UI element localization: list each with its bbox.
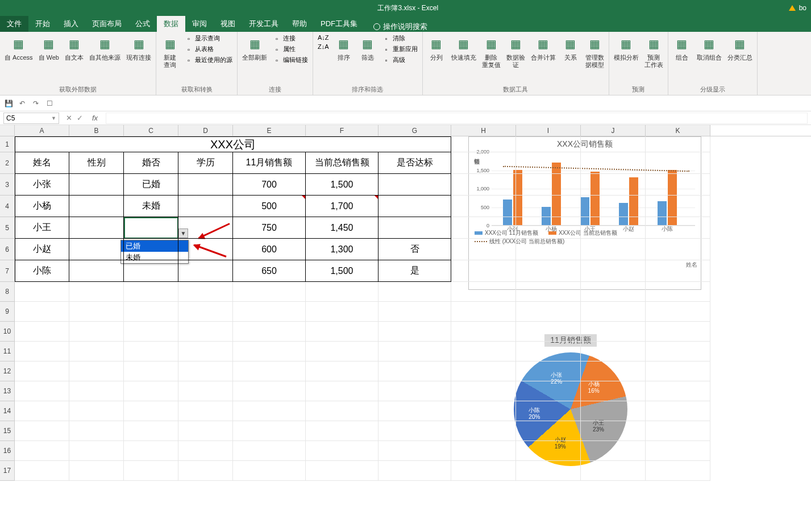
column-header[interactable]: C bbox=[124, 125, 178, 136]
cell[interactable] bbox=[178, 401, 233, 421]
cell[interactable] bbox=[581, 282, 646, 302]
ribbon-small-button[interactable]: ▫清除 bbox=[381, 34, 419, 43]
cell[interactable] bbox=[516, 381, 581, 401]
cell[interactable] bbox=[15, 461, 69, 481]
cell[interactable] bbox=[581, 302, 646, 322]
column-header[interactable]: A bbox=[15, 125, 69, 136]
cell[interactable] bbox=[178, 174, 233, 196]
cell[interactable] bbox=[451, 421, 516, 441]
cell[interactable] bbox=[646, 152, 710, 174]
cell[interactable] bbox=[306, 302, 379, 322]
cell[interactable] bbox=[379, 401, 451, 421]
cell[interactable] bbox=[15, 381, 69, 401]
cell[interactable] bbox=[451, 342, 516, 361]
ribbon-button[interactable]: ▦数据验证 bbox=[505, 34, 526, 70]
cell[interactable] bbox=[69, 239, 124, 260]
cell[interactable] bbox=[178, 196, 233, 217]
cell[interactable] bbox=[306, 342, 379, 361]
cell[interactable] bbox=[646, 282, 710, 302]
row-header[interactable]: 10 bbox=[0, 322, 15, 342]
cell[interactable] bbox=[69, 174, 124, 196]
ribbon-small-button[interactable]: ▫编辑链接 bbox=[272, 55, 309, 65]
cell[interactable] bbox=[581, 441, 646, 461]
cell[interactable] bbox=[516, 152, 581, 174]
cell[interactable] bbox=[124, 282, 178, 302]
cell[interactable] bbox=[581, 174, 646, 196]
ribbon-button[interactable]: ▦组合 bbox=[672, 34, 692, 63]
cell[interactable] bbox=[306, 381, 379, 401]
cell[interactable] bbox=[451, 239, 516, 260]
cell[interactable] bbox=[646, 461, 710, 481]
cell[interactable] bbox=[15, 361, 69, 381]
ribbon-button[interactable]: ▦新建查询 bbox=[160, 34, 180, 70]
cell[interactable] bbox=[124, 401, 178, 421]
column-header[interactable]: K bbox=[646, 125, 710, 136]
cell[interactable] bbox=[516, 174, 581, 196]
tell-me-search[interactable]: 操作说明搜索 bbox=[373, 22, 427, 32]
cell[interactable] bbox=[581, 217, 646, 239]
cell[interactable] bbox=[581, 381, 646, 401]
cell[interactable]: 小王 bbox=[15, 217, 69, 239]
column-header[interactable]: H bbox=[451, 125, 516, 136]
cell[interactable] bbox=[516, 217, 581, 239]
cell[interactable] bbox=[646, 174, 710, 196]
cell[interactable] bbox=[124, 361, 178, 381]
ribbon-button[interactable]: ▦自 Access bbox=[3, 34, 34, 63]
save-icon[interactable]: 💾 bbox=[3, 98, 14, 109]
cell[interactable] bbox=[451, 217, 516, 239]
cell[interactable] bbox=[646, 196, 710, 217]
touch-mode-icon[interactable]: ☐ bbox=[44, 98, 55, 109]
ribbon-button[interactable]: ▦全部刷新 bbox=[241, 34, 268, 63]
cell[interactable]: 未婚 bbox=[124, 196, 178, 217]
ribbon-button[interactable]: ▦模拟分析 bbox=[613, 34, 640, 63]
row-header[interactable]: 16 bbox=[0, 441, 15, 461]
cell[interactable] bbox=[646, 322, 710, 342]
cell[interactable]: 婚否 bbox=[124, 152, 178, 174]
ribbon-small-button[interactable]: ▫连接 bbox=[272, 34, 309, 43]
cell[interactable] bbox=[69, 361, 124, 381]
cell[interactable] bbox=[379, 322, 451, 342]
cell[interactable] bbox=[178, 461, 233, 481]
ribbon-button[interactable]: ▦现有连接 bbox=[125, 34, 152, 63]
cell[interactable] bbox=[379, 196, 451, 217]
chevron-down-icon[interactable]: ▼ bbox=[51, 115, 56, 121]
cell[interactable] bbox=[581, 196, 646, 217]
cell[interactable] bbox=[451, 361, 516, 381]
cell[interactable]: 姓名 bbox=[15, 152, 69, 174]
cancel-formula-icon[interactable]: ✕ bbox=[66, 114, 72, 122]
cell[interactable] bbox=[516, 136, 581, 152]
row-header[interactable]: 6 bbox=[0, 239, 15, 260]
ribbon-small-button[interactable]: ▫重新应用 bbox=[381, 44, 419, 54]
cell[interactable] bbox=[451, 152, 516, 174]
cell[interactable] bbox=[379, 421, 451, 441]
cell[interactable] bbox=[124, 217, 178, 239]
cell[interactable] bbox=[178, 302, 233, 322]
cell[interactable] bbox=[15, 302, 69, 322]
cell[interactable]: 小杨 bbox=[15, 196, 69, 217]
cell[interactable] bbox=[306, 322, 379, 342]
name-box[interactable]: C5 ▼ bbox=[3, 113, 59, 124]
ribbon-button[interactable]: ▦分列 bbox=[426, 34, 447, 63]
accept-formula-icon[interactable]: ✓ bbox=[77, 114, 83, 122]
tab-开始[interactable]: 开始 bbox=[28, 16, 57, 32]
tab-视图[interactable]: 视图 bbox=[214, 16, 242, 32]
cell[interactable] bbox=[451, 174, 516, 196]
ribbon-button[interactable]: ▦快速填充 bbox=[450, 34, 477, 63]
cell[interactable] bbox=[379, 217, 451, 239]
cell[interactable] bbox=[69, 401, 124, 421]
cell[interactable] bbox=[581, 361, 646, 381]
cell[interactable]: 1,300 bbox=[306, 239, 379, 260]
cell[interactable] bbox=[646, 342, 710, 361]
cell[interactable] bbox=[379, 441, 451, 461]
cell[interactable]: 1,500 bbox=[306, 174, 379, 196]
tab-公式[interactable]: 公式 bbox=[128, 16, 157, 32]
cell[interactable] bbox=[233, 401, 306, 421]
cell[interactable] bbox=[178, 322, 233, 342]
cell[interactable] bbox=[69, 217, 124, 239]
cell[interactable] bbox=[69, 441, 124, 461]
cell[interactable] bbox=[516, 322, 581, 342]
ribbon-small-button[interactable]: ▫显示查询 bbox=[184, 34, 234, 43]
cell[interactable] bbox=[306, 421, 379, 441]
row-header[interactable]: 2 bbox=[0, 152, 15, 174]
cell[interactable] bbox=[379, 381, 451, 401]
